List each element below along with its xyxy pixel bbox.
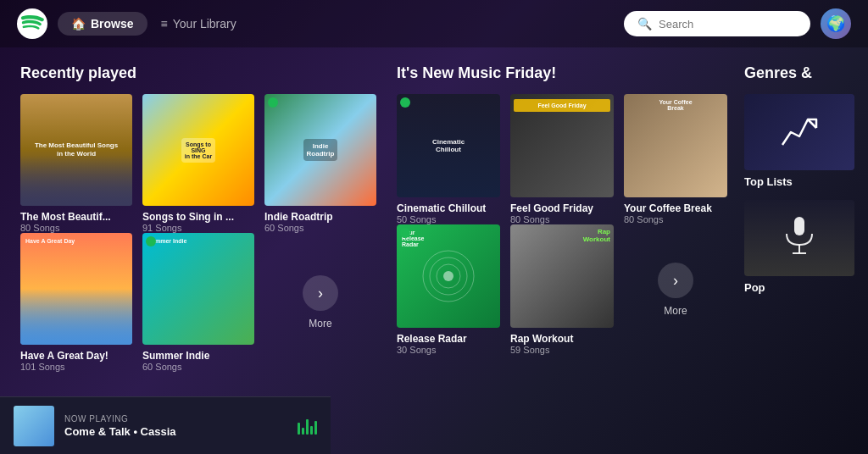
now-playing-title: Come & Talk • Cassia xyxy=(64,425,287,438)
search-icon: 🔍 xyxy=(637,17,652,30)
card-songs-sing[interactable]: Songs toSINGin the Car Songs to Sing in … xyxy=(142,94,254,233)
svg-rect-9 xyxy=(794,217,804,235)
card-title-beautiful-songs: The Most Beautif... xyxy=(20,211,132,223)
card-feel-good[interactable]: Feel Good Friday Feel Good Friday 80 Son… xyxy=(510,94,614,224)
svg-point-0 xyxy=(17,8,47,39)
card-subtitle-indie-roadtrip: 60 Songs xyxy=(264,223,376,233)
recently-played-more-button[interactable]: › More xyxy=(264,233,376,372)
recently-played-row1: The Most Beautiful Songsin the World The… xyxy=(20,94,376,233)
now-playing-label: NOW PLAYING xyxy=(64,414,287,424)
card-beautiful-songs[interactable]: The Most Beautiful Songsin the World The… xyxy=(20,94,132,233)
card-subtitle-songs-sing: 91 Songs xyxy=(142,223,254,233)
search-input[interactable] xyxy=(659,18,797,30)
new-music-row1: CinematicChillout Cinematic Chillout 50 … xyxy=(397,94,727,224)
card-subtitle-summer-indie: 60 Songs xyxy=(142,362,254,372)
svg-point-2 xyxy=(148,239,153,244)
card-img-rap-workout: RapWorkout xyxy=(510,224,614,328)
card-img-songs-sing: Songs toSINGin the Car xyxy=(142,94,254,206)
nav-right: 🔍 🌍 xyxy=(624,8,851,39)
card-subtitle-release-radar: 30 Songs xyxy=(397,345,500,355)
card-title-summer-indie: Summer Indie xyxy=(142,350,254,362)
card-title-cinematic: Cinematic Chillout xyxy=(397,202,500,214)
library-label: Your Library xyxy=(173,17,236,30)
card-coffee-break[interactable]: Your CoffeeBreak Your Coffee Break 80 So… xyxy=(624,94,727,224)
eq-bar-2 xyxy=(302,428,304,435)
genres-section: Genres & Top Lists Pop xyxy=(744,64,868,379)
more-circle-icon-2: › xyxy=(658,263,693,298)
card-indie-roadtrip[interactable]: IndieRoadtrip Indie Roadtrip 60 Songs xyxy=(264,94,376,233)
card-subtitle-feel-good: 80 Songs xyxy=(510,214,614,224)
card-subtitle-great-day: 101 Songs xyxy=(20,362,132,372)
card-img-great-day: Have A Great Day xyxy=(20,233,132,345)
card-img-release-radar: YourReleaseRadar xyxy=(397,224,500,328)
card-title-release-radar: Release Radar xyxy=(397,333,500,345)
svg-point-8 xyxy=(403,230,408,235)
card-title-feel-good: Feel Good Friday xyxy=(510,202,614,214)
spotify-indicator-4 xyxy=(400,228,410,238)
now-playing-thumbnail xyxy=(14,406,54,446)
card-top-lists[interactable]: Top Lists xyxy=(744,94,854,188)
card-img-top-lists xyxy=(744,94,854,170)
card-subtitle-coffee-break: 80 Songs xyxy=(624,214,727,224)
new-music-more-button[interactable]: › More xyxy=(624,224,727,355)
recently-played-title: Recently played xyxy=(20,64,376,82)
card-great-day[interactable]: Have A Great Day Have A Great Day! 101 S… xyxy=(20,233,132,372)
new-music-section: It's New Music Friday! CinematicChillout… xyxy=(397,64,727,379)
card-img-cinematic: CinematicChillout xyxy=(397,94,500,197)
navbar: 🏠 Browse ≡ Your Library 🔍 🌍 xyxy=(0,0,868,47)
search-bar[interactable]: 🔍 xyxy=(624,11,810,36)
card-title-great-day: Have A Great Day! xyxy=(20,350,132,362)
genre-title-pop: Pop xyxy=(744,281,854,294)
library-button[interactable]: ≡ Your Library xyxy=(147,12,250,36)
browse-button[interactable]: 🏠 Browse xyxy=(58,12,147,36)
card-img-pop xyxy=(744,200,854,276)
card-summer-indie[interactable]: Summer Indie Summer Indie 60 Songs xyxy=(142,233,254,372)
spotify-indicator xyxy=(268,97,278,108)
now-playing-visualizer xyxy=(298,418,317,435)
card-cinematic[interactable]: CinematicChillout Cinematic Chillout 50 … xyxy=(397,94,500,224)
card-subtitle-rap-workout: 59 Songs xyxy=(510,345,614,355)
card-img-beautiful-songs: The Most Beautiful Songsin the World xyxy=(20,94,132,206)
card-release-radar[interactable]: YourReleaseRadar Release Radar 30 Songs xyxy=(397,224,500,355)
avatar[interactable]: 🌍 xyxy=(821,8,851,39)
now-playing-bar: NOW PLAYING Come & Talk • Cassia xyxy=(0,396,331,454)
home-icon: 🏠 xyxy=(71,17,86,30)
card-rap-workout[interactable]: RapWorkout Rap Workout 59 Songs xyxy=(510,224,614,355)
more-label-2: More xyxy=(664,305,687,317)
card-title-coffee-break: Your Coffee Break xyxy=(624,202,727,214)
recently-played-section: Recently played The Most Beautiful Songs… xyxy=(20,64,376,379)
more-label: More xyxy=(309,318,331,329)
browse-label: Browse xyxy=(91,17,134,30)
recently-played-row2: Have A Great Day Have A Great Day! 101 S… xyxy=(20,233,376,372)
more-circle-icon: › xyxy=(303,275,338,311)
genre-title-top-lists: Top Lists xyxy=(744,175,854,188)
card-title-rap-workout: Rap Workout xyxy=(510,333,614,345)
spotify-logo[interactable] xyxy=(17,8,47,39)
card-img-summer-indie: Summer Indie xyxy=(142,233,254,345)
card-img-feel-good: Feel Good Friday xyxy=(510,94,614,197)
svg-point-1 xyxy=(270,100,275,105)
card-pop[interactable]: Pop xyxy=(744,200,854,294)
library-icon: ≡ xyxy=(161,17,168,30)
card-title-songs-sing: Songs to Sing in ... xyxy=(142,211,254,223)
main-content: Recently played The Most Beautiful Songs… xyxy=(0,47,868,396)
new-music-title: It's New Music Friday! xyxy=(397,64,727,82)
new-music-row2: YourReleaseRadar Release Radar 30 Songs … xyxy=(397,224,727,355)
svg-point-3 xyxy=(403,100,408,105)
eq-bar-1 xyxy=(298,423,300,435)
card-img-indie-roadtrip: IndieRoadtrip xyxy=(264,94,376,206)
spotify-indicator-2 xyxy=(146,236,156,246)
svg-point-7 xyxy=(443,271,453,281)
card-subtitle-beautiful-songs: 80 Songs xyxy=(20,223,132,233)
card-subtitle-cinematic: 50 Songs xyxy=(397,214,500,224)
spotify-indicator-3 xyxy=(400,97,410,108)
now-playing-info: NOW PLAYING Come & Talk • Cassia xyxy=(64,414,287,438)
genres-title: Genres & xyxy=(744,64,868,82)
eq-bar-5 xyxy=(314,421,317,435)
card-title-indie-roadtrip: Indie Roadtrip xyxy=(264,211,376,223)
eq-bar-3 xyxy=(306,419,309,435)
eq-bar-4 xyxy=(310,426,313,435)
card-img-coffee-break: Your CoffeeBreak xyxy=(624,94,727,197)
